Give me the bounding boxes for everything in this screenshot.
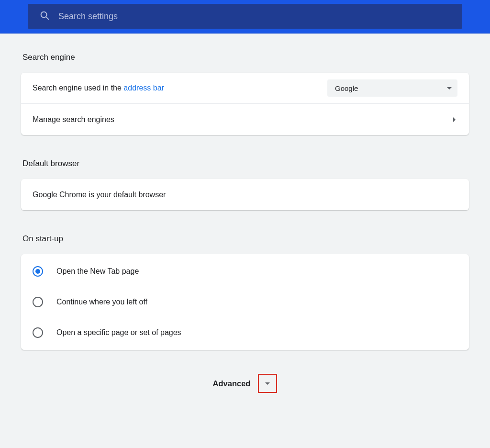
search-icon: [39, 10, 50, 22]
manage-search-engines-label: Manage search engines: [33, 115, 453, 124]
advanced-section: Advanced: [21, 374, 469, 393]
section-title-search-engine: Search engine: [21, 53, 469, 73]
address-bar-link[interactable]: address bar: [123, 84, 164, 92]
row-default-browser-status: Google Chrome is your default browser: [21, 179, 469, 210]
advanced-label: Advanced: [213, 379, 251, 388]
radio-icon: [33, 327, 43, 338]
search-engine-select[interactable]: Google: [327, 79, 457, 97]
search-bar[interactable]: [28, 4, 462, 29]
card-search-engine: Search engine used in the address bar Go…: [21, 73, 469, 135]
startup-option-new-tab[interactable]: Open the New Tab page: [21, 256, 469, 287]
row-manage-search-engines[interactable]: Manage search engines: [21, 104, 469, 135]
advanced-toggle-button[interactable]: [258, 374, 277, 393]
section-title-default-browser: Default browser: [21, 159, 469, 179]
chevron-right-icon: [453, 117, 456, 122]
default-browser-status-text: Google Chrome is your default browser: [33, 190, 457, 199]
card-default-browser: Google Chrome is your default browser: [21, 179, 469, 210]
card-startup: Open the New Tab page Continue where you…: [21, 254, 469, 350]
svg-line-1: [46, 17, 48, 19]
chevron-down-icon: [265, 382, 270, 385]
radio-icon: [33, 266, 43, 277]
settings-content: Search engine Search engine used in the …: [0, 34, 490, 393]
startup-option-specific-pages[interactable]: Open a specific page or set of pages: [21, 317, 469, 348]
startup-option-label: Open the New Tab page: [56, 267, 139, 276]
search-engine-selected: Google: [335, 84, 358, 92]
chevron-down-icon: [447, 87, 452, 90]
search-engine-prefix: Search engine used in the: [33, 84, 123, 92]
row-text-search-engine-used: Search engine used in the address bar: [33, 84, 327, 92]
row-search-engine-used: Search engine used in the address bar Go…: [21, 73, 469, 104]
search-input[interactable]: [58, 11, 451, 22]
startup-option-label: Open a specific page or set of pages: [56, 328, 181, 337]
radio-icon: [33, 297, 43, 307]
settings-header: [0, 0, 490, 34]
section-title-startup: On start-up: [21, 234, 469, 254]
startup-option-continue[interactable]: Continue where you left off: [21, 287, 469, 317]
startup-option-label: Continue where you left off: [56, 298, 147, 306]
